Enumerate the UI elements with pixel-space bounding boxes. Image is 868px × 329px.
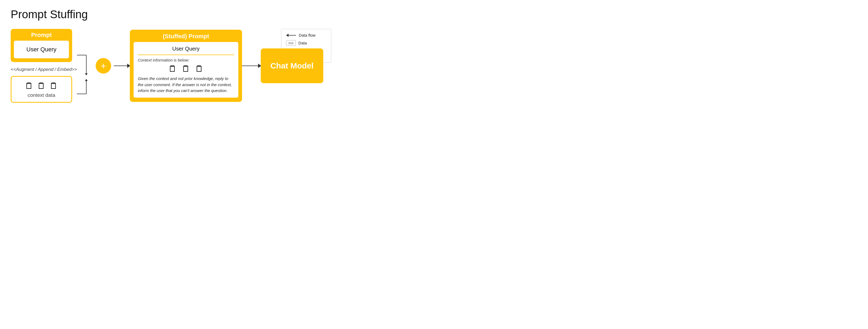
chat-model-box: Chat Model: [261, 48, 323, 83]
stuffed-context-info: Context information is below:: [138, 58, 234, 62]
stuffed-body-text: Given the context and not prior knowledg…: [138, 76, 234, 94]
stuffed-doc-icon-3: 🗒: [195, 64, 204, 73]
context-data-box: 🗒 🗒 🗒 context data: [11, 76, 72, 103]
augment-label: <<Augment / Append / Embed>>: [11, 67, 77, 72]
svg-marker-2: [85, 73, 88, 76]
plus-circle: +: [96, 58, 111, 74]
prompt-box-title: Prompt: [14, 32, 69, 38]
doc-icon-3: 🗒: [50, 82, 58, 90]
doc-icon-1: 🗒: [25, 82, 33, 90]
stuffed-doc-icon-2: 🗒: [182, 64, 190, 73]
stuffed-prompt-title: (Stuffed) Prompt: [133, 33, 238, 40]
stuffed-doc-icon-1: 🗒: [168, 64, 177, 73]
prompt-inner-box: User Query: [14, 40, 69, 58]
prompt-box: Prompt User Query: [11, 29, 72, 62]
context-data-label: context data: [28, 92, 55, 98]
page-title: Prompt Stuffing: [11, 8, 337, 21]
svg-marker-5: [85, 79, 88, 81]
user-query-label-left: User Query: [26, 46, 56, 53]
doc-icon-2: 🗒: [37, 82, 46, 90]
chat-model-label: Chat Model: [270, 61, 314, 70]
stuffed-prompt-box: (Stuffed) Prompt User Query Context info…: [130, 30, 242, 102]
stuffed-user-query: User Query: [138, 46, 234, 55]
